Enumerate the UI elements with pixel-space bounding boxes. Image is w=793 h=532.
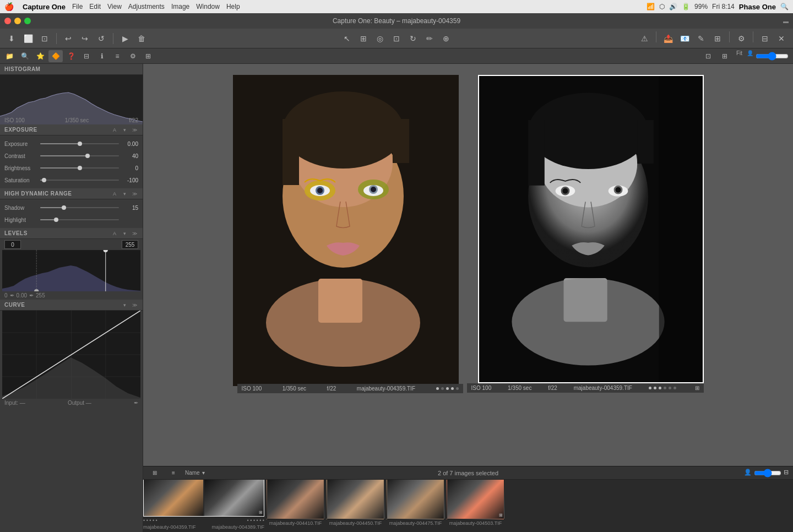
shadow-track[interactable]	[40, 207, 119, 208]
levels-section-header[interactable]: LEVELS A ▾ ≫	[0, 228, 143, 239]
redo-button[interactable]: ↪	[78, 31, 92, 46]
levels-more[interactable]: ≫	[131, 230, 138, 237]
share-button[interactable]: 📧	[677, 31, 692, 46]
search-icon[interactable]: 🔍	[780, 3, 789, 10]
tab-help[interactable]: ❓	[64, 50, 78, 62]
tab-search[interactable]: 🔍	[18, 50, 32, 62]
curve-output-label: Output —	[68, 400, 91, 406]
crop-tool-2[interactable]: ⊡	[389, 31, 404, 46]
curve-section-header[interactable]: CURVE ▾ ≫	[0, 300, 143, 311]
adjustments-menu[interactable]: Adjustments	[128, 3, 165, 10]
curve-more[interactable]: ≫	[131, 301, 138, 309]
hdr-more[interactable]: ≫	[131, 190, 138, 198]
compare-view-button[interactable]: ⊞	[718, 50, 732, 62]
maximize-button[interactable]	[24, 18, 31, 24]
saturation-label: Saturation	[4, 177, 40, 183]
filmstrip-list-icon[interactable]: ≡	[166, 466, 181, 480]
tab-settings2[interactable]: ⚙	[126, 50, 140, 62]
filmstrip-zoom-slider[interactable]	[754, 469, 781, 477]
levels-menu[interactable]: ▾	[121, 230, 128, 237]
saturation-track[interactable]	[40, 180, 119, 181]
edit-button[interactable]: ✎	[694, 31, 708, 46]
brush-tool[interactable]: ✏	[422, 31, 437, 46]
tab-grid[interactable]: ⊞	[141, 50, 155, 62]
highlight-track[interactable]	[40, 219, 119, 220]
filmstrip-grid-icon[interactable]: ⊞	[148, 466, 162, 480]
import-button[interactable]: ⬇	[4, 31, 19, 46]
delete-button[interactable]: 🗑	[134, 31, 149, 46]
filmstrip-item-6[interactable]: ⊞ majabeauty-004503.TIF	[447, 480, 504, 527]
cursor-tool[interactable]: ↖	[340, 31, 354, 46]
shadow-value: 15	[119, 205, 138, 211]
saturation-slider-row: Saturation -100	[0, 174, 143, 186]
levels-white-input[interactable]	[122, 240, 138, 249]
clone-tool[interactable]: ⊕	[439, 31, 453, 46]
hdr-section-header[interactable]: HIGH DYNAMIC RANGE A ▾ ≫	[0, 188, 143, 199]
curve-menu[interactable]: ▾	[121, 301, 128, 309]
frame-button[interactable]: ⊡	[37, 31, 52, 46]
process-button[interactable]: ▶	[118, 31, 132, 46]
left-panel: HISTOGRAM ISO 100 1/350 sec f/22	[0, 64, 143, 532]
filmstrip-item-5[interactable]: majabeauty-004475.TIF	[387, 480, 444, 527]
zoom-slider[interactable]	[756, 50, 789, 62]
tab-adjustments[interactable]: 🔶	[48, 50, 63, 62]
image-menu[interactable]: Image	[171, 3, 189, 10]
capture-button[interactable]: ⬜	[21, 31, 35, 46]
close-button[interactable]	[4, 18, 11, 24]
reset-button[interactable]: ↺	[94, 31, 108, 46]
exposure-track[interactable]	[40, 143, 119, 144]
edit-menu[interactable]: Edit	[89, 3, 101, 10]
export-button[interactable]: 📤	[661, 31, 675, 46]
window-title: Capture One: Beauty – majabeauty-004359	[333, 17, 460, 25]
svg-point-43	[512, 278, 664, 365]
exposure-section-header[interactable]: EXPOSURE A ▾ ≫	[0, 124, 143, 135]
sort-arrow[interactable]: ▾	[202, 470, 205, 476]
exposure-more[interactable]: ≫	[131, 126, 138, 134]
single-view-button[interactable]: ⊡	[701, 50, 715, 62]
levels-auto-badge: A	[111, 230, 118, 237]
lasso-tool[interactable]: ◎	[373, 31, 387, 46]
eyedropper-grey[interactable]: ✒	[29, 292, 34, 298]
toolbar-center: ↖ ⊞ ◎ ⊡ ↻ ✏ ⊕	[340, 31, 453, 46]
filmstrip-item-3[interactable]: majabeauty-004410.TIF	[267, 480, 324, 527]
apple-menu[interactable]: 🍎	[4, 2, 14, 11]
contrast-track[interactable]	[40, 155, 119, 156]
hdr-menu[interactable]: ▾	[121, 190, 128, 198]
tab-info[interactable]: ℹ	[95, 50, 109, 62]
edit2-button[interactable]: ⊞	[710, 31, 725, 46]
crop-tool[interactable]: ⊞	[356, 31, 371, 46]
eyedropper-black[interactable]: ✒	[10, 292, 14, 298]
panels-button[interactable]: ⊟	[758, 31, 772, 46]
exposure-menu[interactable]: ▾	[121, 126, 128, 134]
window-buttons	[4, 18, 31, 24]
filmstrip-item-4[interactable]: majabeauty-004450.TIF	[327, 480, 384, 527]
histogram-section-header[interactable]: HISTOGRAM	[0, 64, 143, 75]
tab-metadata[interactable]: ≡	[110, 50, 124, 62]
image-viewer[interactable]: ISO 100 1/350 sec f/22 majabeauty-004359…	[143, 64, 793, 466]
hdr-title: HIGH DYNAMIC RANGE	[4, 191, 111, 197]
file-menu[interactable]: File	[72, 3, 83, 10]
levels-gamma-output: 0.00	[17, 292, 27, 298]
svg-point-27	[371, 187, 376, 192]
tab-layers[interactable]: ⊟	[79, 50, 94, 62]
window-menu[interactable]: Window	[196, 3, 220, 10]
brightness-track[interactable]	[40, 167, 119, 169]
undo-button[interactable]: ↩	[61, 31, 75, 46]
view-menu[interactable]: View	[107, 3, 122, 10]
app-menu-item[interactable]: Capture One	[23, 3, 66, 11]
image-container: ISO 100 1/350 sec f/22 majabeauty-004359…	[143, 64, 793, 466]
rotate-tool[interactable]: ↻	[406, 31, 420, 46]
filmstrip-item-1[interactable]: ▶1 2 ⊞ • • • • • • • • • • • majabeauty-…	[143, 480, 264, 530]
color-iso: ISO 100	[242, 386, 262, 392]
levels-black-input[interactable]	[4, 240, 21, 249]
settings-button[interactable]: ⚙	[734, 31, 748, 46]
help-menu[interactable]: Help	[226, 3, 240, 10]
iso-value: ISO 100	[4, 117, 25, 123]
close-panels-button[interactable]: ✕	[774, 31, 789, 46]
tab-star[interactable]: ⭐	[33, 50, 47, 62]
minimize-button[interactable]	[14, 18, 21, 24]
tab-folder[interactable]: 📁	[2, 50, 17, 62]
main-layout: HISTOGRAM ISO 100 1/350 sec f/22	[0, 64, 793, 532]
alert-button[interactable]: ⚠	[637, 31, 651, 46]
curve-eyedropper[interactable]: ✒	[134, 400, 138, 406]
